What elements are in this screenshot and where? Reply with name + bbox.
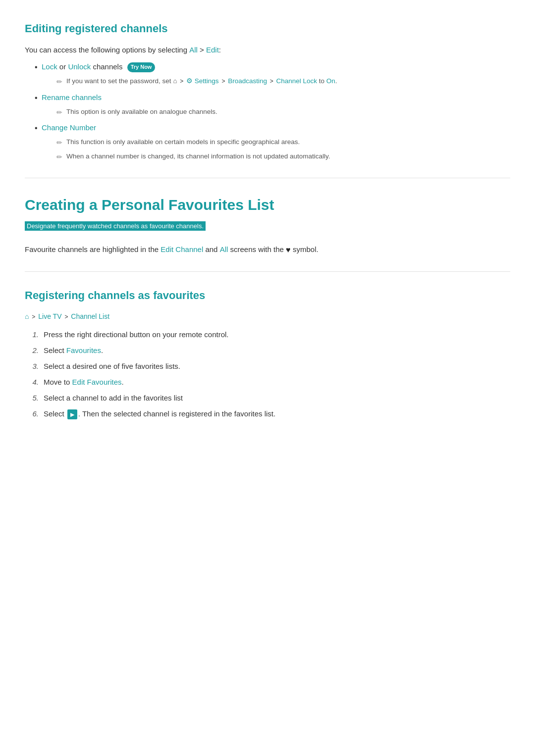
edit-favourites-link[interactable]: Edit Favourites	[72, 378, 122, 386]
step-6: 6. Select ▶. Then the selected channel i…	[30, 408, 510, 420]
play-button-icon[interactable]: ▶	[67, 409, 77, 419]
step-1: 1. Press the right directional button on…	[30, 329, 510, 341]
step-4: 4. Move to Edit Favourites.	[30, 376, 510, 388]
on-link[interactable]: On	[326, 77, 335, 85]
editing-edit-link[interactable]: Edit	[206, 46, 219, 54]
rename-link[interactable]: Rename channels	[42, 93, 102, 101]
steps-list: 1. Press the right directional button on…	[25, 329, 510, 420]
channel-lock-link[interactable]: Channel Lock	[276, 77, 318, 85]
section-divider-1	[25, 178, 510, 178]
registering-section: Registering channels as favourites ⌂ > L…	[25, 287, 510, 420]
step-6-text: Select ▶. Then the selected channel is r…	[44, 408, 275, 420]
step-num-3: 3.	[30, 360, 39, 372]
try-now-badge[interactable]: Try Now	[127, 62, 156, 72]
change-number-link[interactable]: Change Number	[42, 123, 96, 132]
channels-text: channels	[93, 62, 122, 71]
pencil-icon-2: ✏	[56, 107, 62, 118]
registering-title: Registering channels as favourites	[25, 287, 510, 304]
favourites-link[interactable]: Favourites	[66, 346, 101, 354]
editing-colon: :	[219, 46, 221, 54]
step-2: 2. Select Favourites.	[30, 345, 510, 356]
editing-section: Editing registered channels You can acce…	[25, 20, 510, 163]
change-number-note-1: ✏ This function is only available on cer…	[56, 137, 510, 148]
step-3-text: Select a desired one of five favorites l…	[44, 360, 180, 372]
home-icon-1: ⌂	[173, 77, 177, 85]
editing-intro-text: You can access the following options by …	[25, 46, 187, 54]
change-number-note-text-2: When a channel number is changed, its ch…	[66, 151, 330, 162]
editing-all-link[interactable]: All	[189, 46, 198, 54]
step-2-text: Select Favourites.	[44, 345, 103, 356]
all-link[interactable]: All	[220, 245, 228, 253]
creating-body-text: Favourite channels are highlighted in th…	[25, 245, 159, 253]
chevron-separator-1: >	[200, 46, 206, 54]
creating-body: Favourite channels are highlighted in th…	[25, 244, 510, 256]
step-5-text: Select a channel to add in the favorites…	[44, 392, 183, 404]
step-4-text: Move to Edit Favourites.	[44, 376, 124, 388]
creating-subtitle-text: Designate frequently watched channels as…	[25, 221, 206, 231]
section-divider-2	[25, 271, 510, 272]
step-1-text: Press the right directional button on yo…	[44, 329, 229, 341]
step-num-5: 5.	[30, 392, 39, 404]
live-tv-link[interactable]: Live TV	[38, 312, 61, 320]
chevron-2: >	[180, 78, 183, 85]
home-icon-2[interactable]: ⌂	[25, 312, 29, 320]
lock-link[interactable]: Lock	[42, 62, 57, 71]
chevron-5: >	[32, 313, 35, 320]
pencil-icon-3: ✏	[56, 137, 62, 148]
unlock-link[interactable]: Unlock	[68, 62, 91, 71]
screens-text: screens with the	[230, 245, 283, 253]
symbol-text: symbol.	[293, 245, 319, 253]
step-num-6: 6.	[30, 408, 39, 420]
editing-title: Editing registered channels	[25, 20, 510, 37]
editing-intro: You can access the following options by …	[25, 44, 510, 56]
rename-note-text: This option is only available on analogu…	[66, 106, 217, 117]
and-text: and	[205, 245, 217, 253]
change-number-note-2: ✏ When a channel number is changed, its …	[56, 151, 510, 162]
chevron-4: >	[270, 78, 273, 85]
bullet-rename: Rename channels ✏ This option is only av…	[35, 92, 510, 118]
pencil-icon-4: ✏	[56, 151, 62, 162]
bullet-change-number: Change Number ✏ This function is only av…	[35, 122, 510, 163]
step-num-4: 4.	[30, 376, 39, 388]
edit-channel-link[interactable]: Edit Channel	[160, 245, 203, 253]
lock-note: ✏ If you want to set the password, set ⌂…	[56, 76, 510, 87]
step-num-1: 1.	[30, 329, 39, 341]
pencil-icon-1: ✏	[56, 76, 62, 87]
change-number-note-text-1: This function is only available on certa…	[66, 137, 300, 148]
chevron-6: >	[64, 313, 68, 320]
creating-section: Creating a Personal Favourites List Desi…	[25, 193, 510, 256]
chevron-3: >	[221, 78, 225, 85]
bullet-lock-unlock: Lock or Unlock channels Try Now ✏ If you…	[35, 61, 510, 87]
heart-icon: ♥	[286, 246, 293, 254]
channel-list-link[interactable]: Channel List	[71, 312, 109, 320]
creating-title: Creating a Personal Favourites List	[25, 193, 510, 217]
registering-breadcrumb: ⌂ > Live TV > Channel List	[25, 311, 510, 322]
broadcasting-link[interactable]: Broadcasting	[228, 77, 267, 85]
step-3: 3. Select a desired one of five favorite…	[30, 360, 510, 372]
step-5: 5. Select a channel to add in the favori…	[30, 392, 510, 404]
or-text: or	[59, 62, 68, 71]
step-num-2: 2.	[30, 345, 39, 356]
settings-link[interactable]: ⚙ Settings	[186, 77, 219, 85]
editing-bullet-list: Lock or Unlock channels Try Now ✏ If you…	[25, 61, 510, 163]
creating-subtitle: Designate frequently watched channels as…	[25, 220, 510, 232]
lock-note-text: If you want to set the password, set ⌂ >…	[66, 76, 337, 87]
rename-note: ✏ This option is only available on analo…	[56, 106, 510, 118]
